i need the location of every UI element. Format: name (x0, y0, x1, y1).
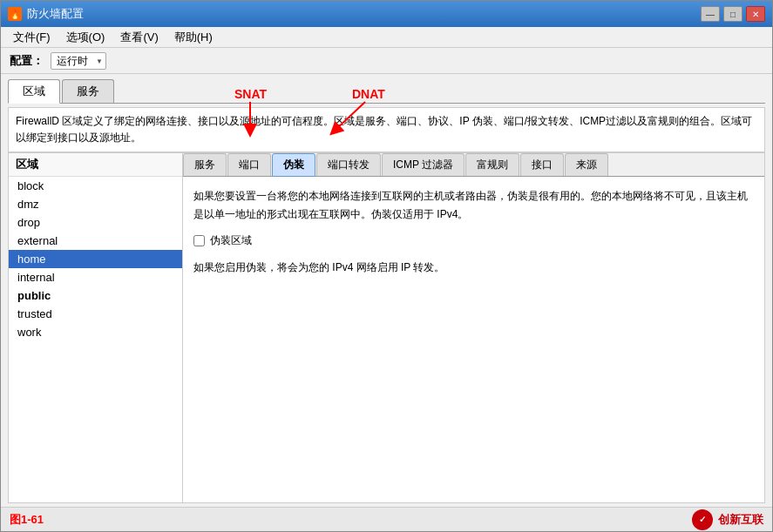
sub-tab-services[interactable]: 服务 (183, 153, 227, 176)
detail-pane: 服务 端口 伪装 端口转发 ICMP 过滤器 富规则 接口 来源 如果您要设置一… (183, 153, 764, 502)
masquerade-description2: 如果您启用伪装，将会为您的 IPv4 网络启用 IP 转发。 (193, 259, 754, 276)
brand-logo: ✓ 创新互联 (692, 509, 763, 530)
top-tabs: 区域 服务 (8, 79, 765, 104)
zone-item-internal[interactable]: internal (9, 268, 182, 286)
window-title: 防火墙配置 (27, 6, 84, 22)
zone-detail-wrapper: SNAT DNAT 区域 blo (8, 152, 765, 503)
detail-content: 如果您要设置一台将您的本地网络连接到互联网的主机或者路由器，伪装是很有用的。您的… (183, 177, 764, 502)
menu-options[interactable]: 选项(O) (59, 28, 112, 47)
zone-item-home[interactable]: home (9, 250, 182, 268)
config-select-wrapper[interactable]: 运行时 永久 (51, 52, 106, 70)
zone-item-drop[interactable]: drop (9, 213, 182, 232)
zone-item-trusted[interactable]: trusted (9, 305, 182, 323)
sub-tab-sources[interactable]: 来源 (565, 153, 608, 176)
sub-tab-icmp[interactable]: ICMP 过滤器 (382, 153, 464, 176)
sub-tab-interfaces[interactable]: 接口 (520, 153, 564, 176)
main-content: 区域 服务 FirewallD 区域定义了绑定的网络连接、接口以及源地址的可信程… (1, 74, 772, 507)
description-box: FirewallD 区域定义了绑定的网络连接、接口以及源地址的可信程度。区域是服… (8, 107, 765, 152)
figure-label: 图1-61 (10, 512, 44, 528)
brand-icon: ✓ (692, 509, 713, 530)
zone-list: 区域 block dmz drop external home internal… (9, 153, 183, 502)
menu-view[interactable]: 查看(V) (113, 28, 165, 47)
tab-zones[interactable]: 区域 (8, 79, 60, 104)
title-bar-left: 🔥 防火墙配置 (8, 6, 84, 22)
masquerade-checkbox[interactable] (193, 235, 205, 246)
zone-item-block[interactable]: block (9, 177, 182, 195)
zone-item-public[interactable]: public (9, 286, 182, 305)
sub-tab-rich-rules[interactable]: 富规则 (465, 153, 519, 176)
zone-item-work[interactable]: work (9, 323, 182, 341)
bottom-bar: 图1-61 ✓ 创新互联 (1, 507, 772, 531)
close-button[interactable]: ✕ (746, 6, 765, 22)
menu-file[interactable]: 文件(F) (6, 28, 58, 47)
masquerade-checkbox-row: 伪装区域 (193, 232, 754, 249)
sub-tab-port-forward[interactable]: 端口转发 (316, 153, 381, 176)
zone-item-external[interactable]: external (9, 232, 182, 250)
description-text: FirewallD 区域定义了绑定的网络连接、接口以及源地址的可信程度。区域是服… (16, 115, 752, 144)
brand-name: 创新互联 (718, 512, 763, 528)
title-controls: — □ ✕ (701, 6, 765, 22)
zone-item-dmz[interactable]: dmz (9, 195, 182, 213)
config-label: 配置： (10, 53, 44, 69)
menu-bar: 文件(F) 选项(O) 查看(V) 帮助(H) (1, 27, 772, 48)
masquerade-description1: 如果您要设置一台将您的本地网络连接到互联网的主机或者路由器，伪装是很有用的。您的… (193, 187, 754, 223)
config-bar: 配置： 运行时 永久 (1, 48, 772, 74)
tab-services[interactable]: 服务 (62, 79, 114, 103)
minimize-button[interactable]: — (701, 6, 720, 22)
sub-tabs: 服务 端口 伪装 端口转发 ICMP 过滤器 富规则 接口 来源 (183, 153, 764, 177)
sub-tab-ports[interactable]: 端口 (227, 153, 271, 176)
main-window: 🔥 防火墙配置 — □ ✕ 文件(F) 选项(O) 查看(V) 帮助(H) 配置… (0, 0, 773, 532)
maximize-button[interactable]: □ (723, 6, 742, 22)
config-select[interactable]: 运行时 永久 (51, 52, 106, 70)
zone-detail-area: 区域 block dmz drop external home internal… (8, 152, 765, 503)
zone-list-header: 区域 (9, 153, 182, 177)
menu-help[interactable]: 帮助(H) (167, 28, 220, 47)
app-icon: 🔥 (8, 7, 22, 21)
title-bar: 🔥 防火墙配置 — □ ✕ (1, 1, 772, 27)
masquerade-checkbox-label: 伪装区域 (210, 232, 252, 249)
sub-tab-masquerade[interactable]: 伪装 (272, 153, 315, 177)
